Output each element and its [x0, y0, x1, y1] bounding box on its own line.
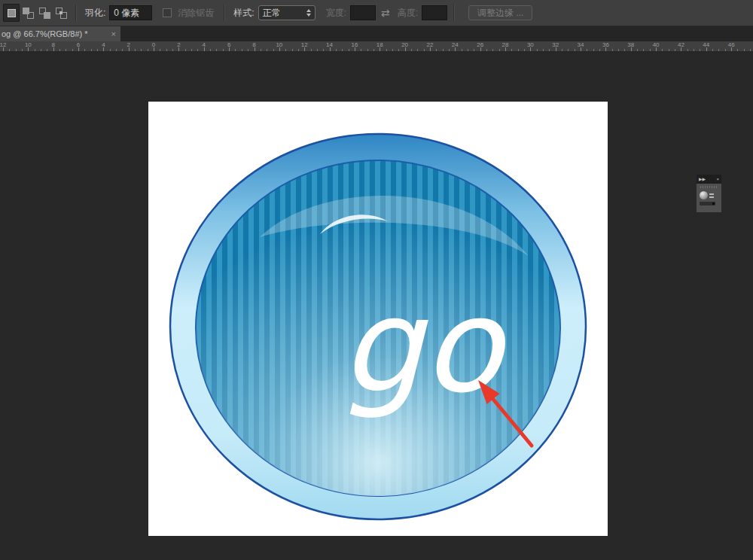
document-canvas[interactable]: go — [148, 102, 608, 536]
ruler-tick — [417, 49, 418, 51]
ruler-tick — [292, 49, 293, 51]
ruler-tick — [492, 49, 493, 51]
button-artwork: go — [148, 102, 608, 536]
style-label: 样式: — [233, 7, 254, 20]
ruler-tick — [373, 49, 374, 51]
ruler-tick — [110, 49, 111, 51]
ruler-tick — [172, 49, 173, 51]
ruler-tick — [424, 49, 425, 51]
document-tab-title: og @ 66.7%(RGB/8#) * — [2, 29, 88, 38]
ruler-tick — [436, 49, 437, 51]
ruler-tick — [216, 49, 217, 51]
swap-dimensions-icon[interactable]: ⇄ — [381, 7, 390, 19]
document-tab-bar: og @ 66.7%(RGB/8#) * × — [0, 26, 753, 41]
ruler-tick — [178, 47, 179, 51]
work-area: go ▶▶ × — [0, 53, 753, 560]
ruler-tick — [474, 49, 474, 51]
ruler-tick — [304, 47, 305, 51]
ruler-tick — [103, 47, 104, 51]
ruler-tick — [9, 49, 10, 51]
ruler-tick — [656, 47, 657, 51]
style-dropdown-value: 正常 — [263, 7, 281, 20]
ruler-tick — [22, 49, 23, 51]
separator — [75, 5, 77, 21]
tool-options-bar: 羽化: 消除锯齿 样式: 正常 宽度: ⇄ 高度: 调整边缘 ... — [0, 0, 753, 26]
ruler-tick — [518, 49, 519, 51]
feather-input[interactable] — [109, 5, 152, 20]
ruler-tick — [392, 49, 393, 51]
ruler-tick — [612, 49, 613, 51]
ruler-tick — [330, 47, 331, 51]
ruler-tick — [47, 49, 47, 51]
ruler-tick — [568, 49, 569, 51]
ruler-tick — [97, 49, 98, 51]
height-input[interactable] — [422, 5, 447, 20]
style-dropdown[interactable]: 正常 — [258, 5, 316, 20]
ruler-tick — [135, 49, 136, 51]
ruler-tick — [731, 47, 732, 51]
antialias-checkbox[interactable] — [163, 8, 172, 17]
horizontal-ruler[interactable]: 1210864202468101214161820222426283032343… — [0, 41, 753, 52]
ruler-tick — [261, 49, 261, 51]
ruler-tick — [141, 49, 142, 51]
ruler-tick — [72, 49, 73, 51]
expand-panel-icon[interactable]: ▶▶ — [699, 175, 706, 184]
ruler-tick — [750, 49, 751, 51]
ruler-tick — [405, 47, 406, 51]
ruler-tick — [537, 49, 538, 51]
ruler-tick — [367, 49, 368, 51]
panel-grip-handle[interactable] — [700, 186, 718, 188]
ruler-tick — [499, 49, 500, 51]
subtract-from-selection-icon — [39, 8, 50, 19]
ruler-tick — [687, 49, 688, 51]
tab-close-icon[interactable]: × — [111, 26, 116, 41]
ruler-tick — [59, 49, 60, 51]
ruler-tick — [122, 49, 123, 51]
separator — [224, 5, 225, 21]
ruler-tick — [618, 49, 619, 51]
ruler-tick — [248, 49, 248, 51]
ruler-tick — [468, 49, 468, 51]
ruler-tick — [3, 47, 4, 51]
ruler-tick — [455, 47, 456, 51]
ruler-tick — [675, 49, 675, 51]
ruler-tick — [449, 49, 450, 51]
list-bars-icon — [709, 193, 714, 198]
subtract-from-selection-button[interactable] — [36, 4, 53, 22]
new-selection-button[interactable] — [3, 4, 20, 22]
ruler-tick — [78, 47, 79, 51]
ruler-tick — [650, 49, 651, 51]
ruler-tick — [549, 49, 550, 51]
add-to-selection-icon — [23, 8, 34, 19]
ruler-tick — [323, 49, 324, 51]
ruler-tick — [593, 49, 594, 51]
collapsed-panel: ▶▶ × — [697, 175, 721, 212]
ruler-tick — [681, 47, 681, 51]
feather-label: 羽化: — [85, 7, 105, 20]
ruler-tick — [53, 47, 54, 51]
ruler-tick — [443, 49, 444, 51]
ruler-tick — [605, 47, 606, 51]
ruler-tick — [744, 49, 745, 51]
intersect-selection-icon — [56, 8, 67, 19]
ruler-tick — [84, 49, 85, 51]
ruler-tick — [624, 49, 625, 51]
ruler-tick — [398, 49, 399, 51]
ruler-tick — [273, 49, 274, 51]
width-input[interactable] — [350, 5, 376, 20]
ruler-tick — [637, 49, 638, 51]
ruler-tick — [712, 49, 713, 51]
intersect-selection-button[interactable] — [53, 4, 69, 22]
ruler-tick — [349, 49, 349, 51]
ruler-tick — [480, 47, 481, 51]
panel-slider[interactable] — [700, 202, 715, 205]
document-tab[interactable]: og @ 66.7%(RGB/8#) * × — [0, 26, 120, 41]
refine-edge-button[interactable]: 调整边缘 ... — [468, 5, 532, 20]
panel-tool-icon[interactable] — [700, 191, 718, 199]
ruler-tick — [562, 49, 562, 51]
ruler-tick — [279, 47, 280, 51]
ruler-tick — [197, 49, 198, 51]
close-panel-icon[interactable]: × — [716, 175, 719, 184]
ruler-tick — [599, 49, 600, 51]
add-to-selection-button[interactable] — [20, 4, 36, 22]
